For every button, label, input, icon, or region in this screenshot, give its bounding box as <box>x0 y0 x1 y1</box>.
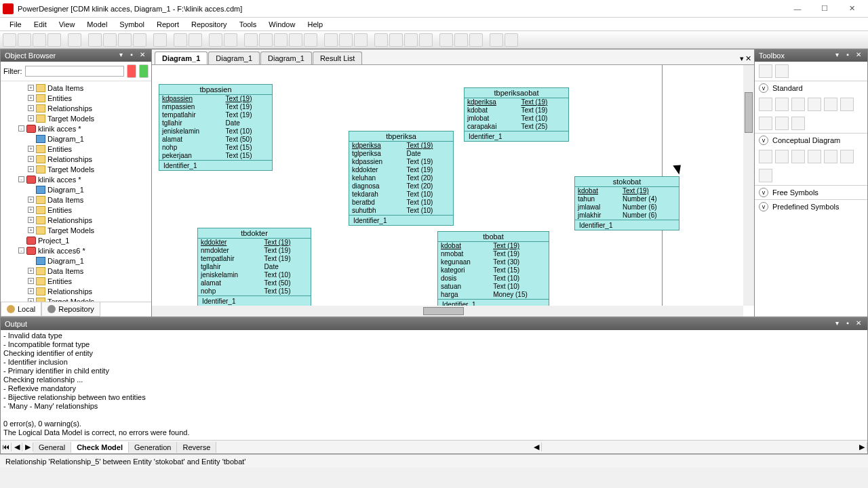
tree-item[interactable]: +Target Models <box>1 225 151 235</box>
output-pin-icon[interactable]: ▪ <box>843 319 852 329</box>
toolbox-tool[interactable] <box>775 117 789 130</box>
toolbar-button[interactable] <box>153 33 167 47</box>
toolbar-button[interactable] <box>18 33 31 47</box>
panel-dropdown-icon[interactable]: ▾ <box>116 51 125 60</box>
toolbox-tool[interactable] <box>824 98 837 111</box>
tree-item[interactable]: +Target Models <box>1 164 151 174</box>
tree-toggle-icon[interactable]: + <box>28 217 34 223</box>
entity-tbobat[interactable]: tbobatkdobatText (19)nmobatText (19)kegu… <box>437 231 549 310</box>
toolbar-button[interactable] <box>454 33 468 47</box>
nav-scroll-right-icon[interactable]: ▶ <box>856 443 867 451</box>
output-dropdown-icon[interactable]: ▾ <box>832 319 842 329</box>
menu-window[interactable]: Window <box>263 19 300 30</box>
entity-tbperiksaobat[interactable]: tbperiksaobatkdperiksaText (19)kdobatTex… <box>464 87 569 142</box>
toolbox-tool[interactable] <box>759 150 772 163</box>
toolbox-dropdown-icon[interactable]: ▾ <box>832 51 842 60</box>
tree-item[interactable]: Diagram_1 <box>1 134 151 144</box>
toolbar-button[interactable] <box>244 33 258 47</box>
minimize-button[interactable]: — <box>784 1 811 16</box>
toolbox-tool[interactable] <box>759 117 772 130</box>
toolbar-button[interactable] <box>404 33 418 47</box>
panel-pin-icon[interactable]: ▪ <box>127 51 136 60</box>
menu-file[interactable]: File <box>4 19 27 30</box>
tree-item[interactable]: +Relationships <box>1 215 151 225</box>
menu-tools[interactable]: Tools <box>234 19 262 30</box>
tree-item[interactable]: +Entities <box>1 205 151 215</box>
tree-toggle-icon[interactable]: + <box>28 95 34 101</box>
diagram-dropdown-icon[interactable]: ▾ <box>740 54 744 63</box>
output-tab-reverse[interactable]: Reverse <box>177 442 216 453</box>
toolbox-section[interactable]: vPredefined Symbols <box>755 199 867 214</box>
entity-tbpassien[interactable]: tbpassienkdpassienText (19)nmpassienText… <box>159 84 273 171</box>
tree-toggle-icon[interactable]: + <box>28 156 34 162</box>
toolbar-button[interactable] <box>469 33 483 47</box>
horizontal-scrollbar[interactable] <box>152 306 743 317</box>
tree-item[interactable]: +Entities <box>1 276 151 286</box>
toolbar-button[interactable] <box>490 33 503 47</box>
tree-item[interactable]: +Entities <box>1 93 151 103</box>
nav-next-icon[interactable]: ▶ <box>22 443 33 451</box>
toolbox-tool[interactable] <box>791 117 805 130</box>
toolbox-pin-icon[interactable]: ▪ <box>843 51 852 60</box>
menu-symbol[interactable]: Symbol <box>114 19 150 30</box>
toolbar-button[interactable] <box>259 33 273 47</box>
output-tab-check-model[interactable]: Check Model <box>71 442 129 453</box>
maximize-button[interactable]: ☐ <box>811 1 838 16</box>
tree-toggle-icon[interactable]: + <box>28 115 34 121</box>
toolbar-button[interactable] <box>289 33 302 47</box>
tree-toggle-icon[interactable]: + <box>28 278 34 284</box>
toolbar-button[interactable] <box>3 33 16 47</box>
menu-view[interactable]: View <box>54 19 81 30</box>
toolbar-button[interactable] <box>174 33 187 47</box>
toolbox-section[interactable]: vStandard <box>755 81 867 95</box>
menu-help[interactable]: Help <box>302 19 328 30</box>
toolbox-tool[interactable] <box>808 150 821 163</box>
menu-repository[interactable]: Repository <box>186 19 233 30</box>
toolbar-button[interactable] <box>103 33 117 47</box>
vertical-scrollbar[interactable] <box>743 65 754 306</box>
entity-tbperiksa[interactable]: tbperiksakdperiksaText (19)tglperiksaDat… <box>349 131 454 226</box>
diagram-tab[interactable]: Result List <box>313 52 362 64</box>
toolbox-tool[interactable] <box>759 169 772 182</box>
toolbox-tool[interactable] <box>840 98 854 111</box>
refresh-icon[interactable] <box>139 64 149 78</box>
canvas[interactable]: tbpassienkdpassienText (19)nmpassienText… <box>152 65 754 317</box>
tree-item[interactable]: +Target Models <box>1 113 151 123</box>
toolbox-tool[interactable] <box>791 150 805 163</box>
diagram-tab[interactable]: Diagram_1 <box>260 52 312 64</box>
toolbar-button[interactable] <box>389 33 403 47</box>
tree-item[interactable]: -klinik acces6 * <box>1 245 151 256</box>
diagram-tab[interactable]: Diagram_1 <box>155 52 208 64</box>
toolbar-button[interactable] <box>419 33 433 47</box>
object-tree[interactable]: +Data Items+Entities+Relationships+Targe… <box>1 81 151 302</box>
tree-item[interactable]: +Data Items <box>1 266 151 276</box>
menu-edit[interactable]: Edit <box>28 19 52 30</box>
tree-item[interactable]: +Target Models <box>1 296 151 302</box>
clear-filter-icon[interactable] <box>127 64 136 78</box>
toolbar-button[interactable] <box>339 33 353 47</box>
toolbar-button[interactable] <box>47 33 61 47</box>
tree-toggle-icon[interactable]: + <box>28 85 34 91</box>
tool-grid-icon[interactable] <box>759 64 772 78</box>
tree-item[interactable]: +Entities <box>1 144 151 154</box>
entity-stokobat[interactable]: stokobatkdobatText (19)tahunNumber (4)jm… <box>574 176 679 230</box>
output-body[interactable]: - Invalid data type- Incompatible format… <box>1 330 867 440</box>
toolbox-tool[interactable] <box>759 98 772 111</box>
toolbox-tool[interactable] <box>775 150 789 163</box>
tree-item[interactable]: Project_1 <box>1 235 151 245</box>
tree-toggle-icon[interactable]: + <box>28 268 34 274</box>
diagram-tab[interactable]: Diagram_1 <box>208 52 260 64</box>
tree-toggle-icon[interactable]: + <box>28 227 34 233</box>
toolbar-button[interactable] <box>118 33 132 47</box>
tree-toggle-icon[interactable]: + <box>28 146 34 152</box>
tree-item[interactable]: Diagram_1 <box>1 184 151 195</box>
menu-model[interactable]: Model <box>81 19 113 30</box>
nav-first-icon[interactable]: ⏮ <box>1 443 12 451</box>
tab-repository[interactable]: Repository <box>41 302 100 317</box>
toolbar-button[interactable] <box>439 33 453 47</box>
toolbox-section[interactable]: vFree Symbols <box>755 185 867 199</box>
toolbar-button[interactable] <box>324 33 338 47</box>
toolbox-section[interactable]: vConceptual Diagram <box>755 133 867 147</box>
toolbox-tool[interactable] <box>840 150 854 163</box>
tree-item[interactable]: +Relationships <box>1 103 151 113</box>
